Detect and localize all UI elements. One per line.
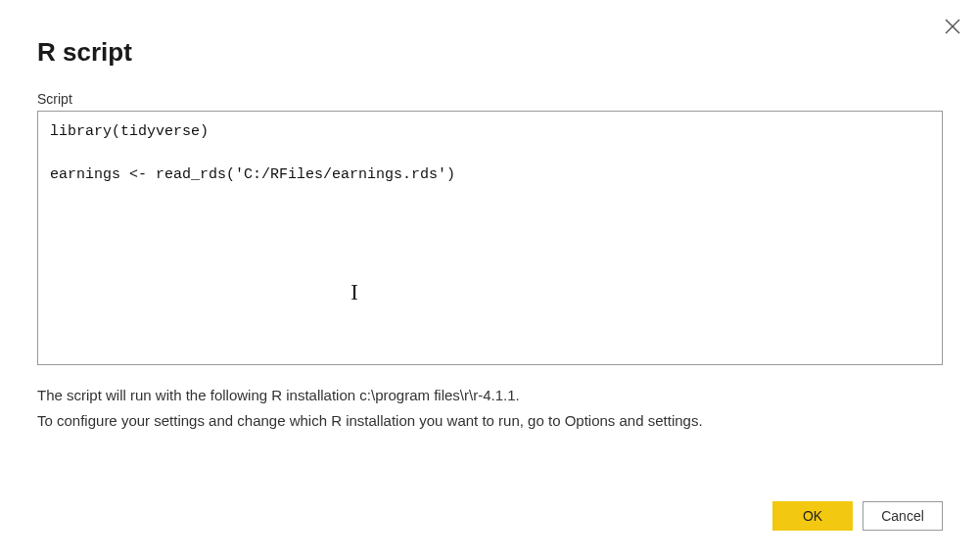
close-icon[interactable] xyxy=(945,18,960,37)
r-script-dialog: R script Script The script will run with… xyxy=(0,0,980,560)
cancel-button[interactable]: Cancel xyxy=(863,501,943,531)
ok-button[interactable]: OK xyxy=(772,501,853,531)
button-row: OK Cancel xyxy=(772,501,943,531)
info-line-2: To configure your settings and change wh… xyxy=(37,408,943,434)
info-line-1: The script will run with the following R… xyxy=(37,383,943,408)
dialog-title: R script xyxy=(37,37,943,68)
script-input[interactable] xyxy=(37,111,943,365)
script-label: Script xyxy=(37,91,943,107)
info-text: The script will run with the following R… xyxy=(37,383,943,433)
